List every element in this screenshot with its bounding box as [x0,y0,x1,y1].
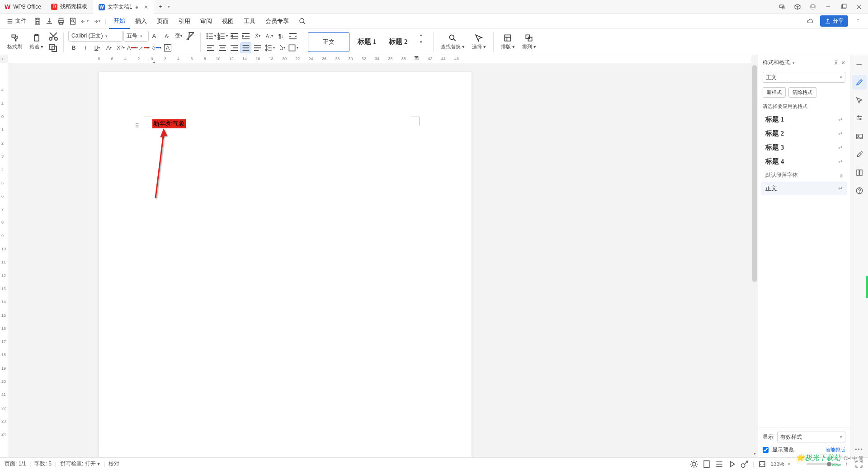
font-family-combo[interactable]: Calibri (正文)▾ [68,31,123,42]
asian-layout-icon[interactable]: Ẍ▾ [252,31,263,42]
preview-checkbox[interactable] [763,447,769,453]
avatar-icon[interactable] [807,0,819,13]
menu-member[interactable]: 会员专享 [261,14,293,29]
drag-handle-icon[interactable]: ⠿ [135,122,138,129]
scroll-thumb[interactable] [752,65,757,282]
menu-page[interactable]: 页面 [152,14,173,29]
para-shading-icon[interactable]: ▾ [276,42,287,53]
view-page-icon[interactable] [702,460,711,469]
show-filter-combo[interactable]: 有效样式▾ [777,432,845,442]
style-item-h2[interactable]: 标题 2↵ [761,127,847,141]
shrink-font-icon[interactable]: A- [161,31,172,42]
view-read-icon[interactable] [727,460,736,469]
fit-width-icon[interactable] [758,460,767,469]
smart-layout-link[interactable]: 智能排版 [826,446,845,453]
status-proof[interactable]: 校对 [108,460,119,468]
share-button[interactable]: 分享 [820,15,848,27]
style-item-h3[interactable]: 标题 3↵ [761,141,847,155]
align-center-icon[interactable] [217,42,228,53]
show-marks-icon[interactable]: ¶↓ [276,31,287,42]
style-item-h4[interactable]: 标题 4↵ [761,155,847,169]
bold-icon[interactable]: B [68,42,79,53]
grow-font-icon[interactable]: A+ [150,31,160,42]
horizontal-ruler[interactable]: 8642024681012141618202224262830323436384… [8,55,751,63]
image-icon[interactable] [852,129,867,144]
arrange-button[interactable]: 排列 ▾ [519,31,539,53]
menu-review[interactable]: 审阅 [196,14,217,29]
tab-templates[interactable]: D 找稻壳模板 [46,0,93,14]
font-color-icon[interactable]: A▾ [127,42,138,53]
menu-reference[interactable]: 引用 [174,14,195,29]
devices-icon[interactable] [776,0,788,13]
pin-icon[interactable]: ⊼ [834,60,838,66]
style-item-default-font[interactable]: 默认段落字体a [761,169,847,182]
print-icon[interactable] [57,17,65,25]
status-page[interactable]: 页面: 1/1 [5,460,26,468]
current-style-combo[interactable]: 正文 ▾ [763,72,845,83]
find-replace-button[interactable]: 查找替换 ▾ [438,31,467,53]
menu-insert[interactable]: 插入 [131,14,151,29]
format-painter-button[interactable]: 格式刷 [5,31,25,53]
menu-view[interactable]: 视图 [217,14,238,29]
style-item-body[interactable]: 正文↵ [761,182,847,195]
minimize-button[interactable] [822,0,835,13]
font-size-combo[interactable]: 五号▾ [123,31,149,42]
underline-icon[interactable]: U▾ [92,42,103,53]
view-outline-icon[interactable] [715,460,724,469]
vertical-ruler[interactable]: 4201234567891011121314151617181920212223… [0,63,8,457]
print-preview-icon[interactable] [69,17,77,25]
pencil-icon[interactable] [852,75,867,89]
style-expand-icon[interactable]: ⋯ [416,46,427,52]
hamburger-menu[interactable]: 文件 [4,14,29,29]
char-border-icon[interactable]: A [162,42,173,53]
collapse-ribbon-icon[interactable]: ⌃ [852,15,864,28]
distribute-icon[interactable] [252,42,263,53]
tab-document[interactable]: W 文字文稿1 ● ✕ [93,0,154,14]
book-icon[interactable] [852,165,867,180]
new-tab-button[interactable]: ＋ ▾ [154,0,174,14]
help-icon[interactable] [852,183,867,198]
tab-settings-icon[interactable] [288,31,298,42]
chevron-down-icon[interactable]: ▾ [168,5,170,9]
scroll-down-icon[interactable]: ▾ [752,451,757,456]
close-tab-icon[interactable]: ✕ [144,4,148,10]
style-h2[interactable]: 标题 2 [384,35,412,49]
text-highlight-icon[interactable]: ▾ [139,42,150,53]
style-scroll-up-icon[interactable]: ▴ [416,32,427,38]
view-web-icon[interactable] [740,460,749,469]
redo-button[interactable]: ▾ [92,17,100,25]
paste-button[interactable]: 粘贴 ▾ [27,31,46,53]
style-scroll-down-icon[interactable]: ▾ [416,39,427,45]
clear-format-button[interactable]: 清除格式 [788,87,816,98]
export-icon[interactable] [45,17,53,25]
collapse-sidepanel-icon[interactable]: — [852,57,867,71]
borders-icon[interactable]: ▾ [288,42,298,53]
select-button[interactable]: 选择 ▾ [469,31,489,53]
align-left-icon[interactable] [205,42,216,53]
italic-icon[interactable]: I [80,42,91,53]
sliders-icon[interactable] [852,111,867,126]
cube-icon[interactable] [791,0,804,13]
decrease-indent-icon[interactable] [229,31,240,42]
search-menu-icon[interactable] [294,14,311,29]
sort-icon[interactable]: A↓▾ [264,31,275,42]
zoom-value[interactable]: 133% [770,461,784,467]
style-h1[interactable]: 标题 1 [353,35,381,49]
close-panel-icon[interactable]: ✕ [841,60,845,66]
more-icon[interactable]: ••• [855,446,863,453]
cursor-icon[interactable] [852,93,867,108]
bullets-icon[interactable]: ▾ [205,31,216,42]
document-viewport[interactable]: ⠿ 新年新气象 [8,63,751,457]
cloud-icon[interactable] [804,15,816,28]
superscript-icon[interactable]: X2▾ [115,42,126,53]
zoom-dropdown-icon[interactable]: ▾ [788,462,790,466]
new-style-button[interactable]: 新样式 [763,87,786,98]
shading-icon[interactable]: ▾ [151,42,161,53]
increase-indent-icon[interactable] [241,31,251,42]
tools-icon[interactable] [852,147,867,162]
copy-icon[interactable] [48,42,59,53]
line-spacing-icon[interactable]: ▾ [264,42,275,53]
status-bug-icon[interactable] [689,460,698,469]
panel-title-dropdown-icon[interactable]: ▾ [793,61,795,65]
phonetic-icon[interactable]: 变▾ [173,31,184,42]
